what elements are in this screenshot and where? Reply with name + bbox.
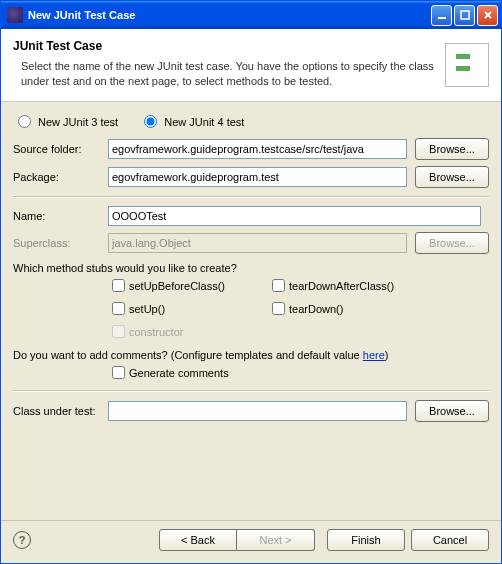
comments-question: Do you want to add comments? (Configure … [13,349,489,361]
class-under-test-browse-button[interactable]: Browse... [415,400,489,422]
setupbeforeclass-checkbox-label[interactable]: setUpBeforeClass() [108,276,268,295]
source-folder-browse-button[interactable]: Browse... [415,138,489,160]
class-under-test-input[interactable] [108,401,407,421]
separator [13,390,489,392]
teardown-checkbox[interactable] [272,302,285,315]
constructor-checkbox-label: constructor [108,322,268,341]
source-folder-label: Source folder: [13,143,108,155]
titlebar[interactable]: New JUnit Test Case [1,1,501,29]
window-title: New JUnit Test Case [28,9,135,21]
finish-button[interactable]: Finish [327,529,405,551]
svg-rect-1 [461,11,469,19]
banner: JUnit Test Case Select the name of the n… [1,29,501,102]
source-folder-input[interactable] [108,139,407,159]
method-stubs-question: Which method stubs would you like to cre… [13,262,489,274]
setup-checkbox-label[interactable]: setUp() [108,299,268,318]
name-label: Name: [13,210,108,222]
content-area: New JUnit 3 test New JUnit 4 test Source… [1,102,501,520]
separator [13,196,489,198]
package-label: Package: [13,171,108,183]
teardownafterclass-checkbox[interactable] [272,279,285,292]
eclipse-icon [7,7,23,23]
constructor-checkbox [112,325,125,338]
junit3-radio[interactable] [18,115,31,128]
package-input[interactable] [108,167,407,187]
comments-q-suffix: ) [385,349,389,361]
generate-comments-checkbox-label[interactable]: Generate comments [108,367,229,379]
close-button[interactable] [477,5,498,26]
maximize-button[interactable] [454,5,475,26]
cancel-button[interactable]: Cancel [411,529,489,551]
superclass-input [108,233,407,253]
junit3-radio-label[interactable]: New JUnit 3 test [13,116,121,128]
method-stubs-group: setUpBeforeClass() tearDownAfterClass() … [13,276,489,341]
junit4-radio-label[interactable]: New JUnit 4 test [139,116,244,128]
setupbeforeclass-checkbox[interactable] [112,279,125,292]
footer: ? < Back Next > Finish Cancel [1,520,501,563]
junit-version-group: New JUnit 3 test New JUnit 4 test [13,112,489,128]
teardown-checkbox-label[interactable]: tearDown() [268,299,428,318]
banner-description: Select the name of the new JUnit test ca… [13,59,437,89]
minimize-button[interactable] [431,5,452,26]
comments-q-prefix: Do you want to add comments? (Configure … [13,349,363,361]
junit4-radio[interactable] [144,115,157,128]
junit-icon [445,43,489,87]
superclass-label: Superclass: [13,237,108,249]
generate-comments-checkbox[interactable] [112,366,125,379]
class-under-test-label: Class under test: [13,405,108,417]
setup-checkbox[interactable] [112,302,125,315]
svg-rect-0 [438,17,446,19]
next-button: Next > [237,529,315,551]
help-icon[interactable]: ? [13,531,31,549]
configure-templates-link[interactable]: here [363,349,385,361]
superclass-browse-button: Browse... [415,232,489,254]
junit4-text: New JUnit 4 test [164,116,244,128]
dialog-window: New JUnit Test Case JUnit Test Case Sele… [0,0,502,564]
name-input[interactable] [108,206,481,226]
package-browse-button[interactable]: Browse... [415,166,489,188]
junit3-text: New JUnit 3 test [38,116,118,128]
back-button[interactable]: < Back [159,529,237,551]
teardownafterclass-checkbox-label[interactable]: tearDownAfterClass() [268,276,428,295]
banner-title: JUnit Test Case [13,39,437,53]
